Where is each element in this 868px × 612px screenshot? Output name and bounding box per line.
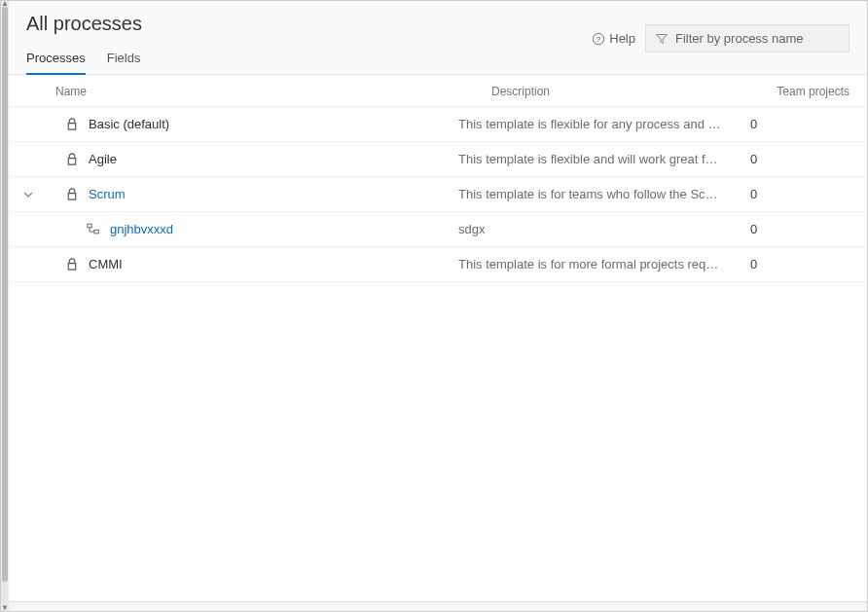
help-link[interactable]: ? Help xyxy=(592,31,635,46)
header-right: ? Help xyxy=(592,24,850,53)
lock-icon xyxy=(63,188,81,200)
tab-processes[interactable]: Processes xyxy=(26,45,86,75)
filter-input-container[interactable] xyxy=(645,24,850,53)
horizontal-scrollbar[interactable] xyxy=(9,601,867,611)
help-label: Help xyxy=(609,31,635,46)
page-title: All processes xyxy=(26,13,142,35)
process-name: CMMI xyxy=(89,257,123,271)
tab-fields[interactable]: Fields xyxy=(107,45,141,75)
process-child-row[interactable]: gnjhbvxxxd sdgx 0 xyxy=(9,212,867,247)
scrollbar-thumb[interactable] xyxy=(2,7,8,582)
lock-icon xyxy=(63,118,81,130)
vertical-scrollbar[interactable]: ▲ ▼ xyxy=(1,1,9,611)
svg-rect-2 xyxy=(88,224,91,228)
help-circle-icon: ? xyxy=(592,32,605,46)
column-headers: Name Description Team projects xyxy=(9,75,867,107)
page-header: All processes Processes Fields ? Help xyxy=(9,1,867,75)
process-description: sdgx xyxy=(458,222,741,236)
inherited-process-icon xyxy=(85,223,102,235)
name-cell: gnjhbvxxxd xyxy=(22,222,458,236)
process-row[interactable]: CMMI This template is for more formal pr… xyxy=(9,247,867,282)
team-projects-count: 0 xyxy=(741,187,828,201)
filter-icon xyxy=(656,32,668,46)
scroll-down-arrow-icon[interactable]: ▼ xyxy=(1,603,9,612)
process-row[interactable]: Agile This template is flexible and will… xyxy=(9,142,867,177)
name-cell: Scrum xyxy=(22,187,458,201)
lock-icon xyxy=(63,153,81,165)
process-name: Basic (default) xyxy=(89,117,169,131)
svg-text:?: ? xyxy=(597,34,601,43)
header-left: All processes Processes Fields xyxy=(26,13,142,74)
svg-rect-3 xyxy=(94,230,98,234)
column-header-description[interactable]: Description xyxy=(491,85,762,98)
lock-icon xyxy=(63,258,81,270)
process-list: Name Description Team projects Basic (de… xyxy=(9,75,867,601)
child-process-name-link[interactable]: gnjhbvxxxd xyxy=(110,222,173,236)
team-projects-count: 0 xyxy=(741,152,828,166)
team-projects-count: 0 xyxy=(741,222,828,236)
name-cell: Basic (default) xyxy=(22,117,458,131)
column-header-team-projects[interactable]: Team projects xyxy=(762,85,850,98)
process-description: This template is flexible and will work … xyxy=(458,152,741,166)
process-row[interactable]: Scrum This template is for teams who fol… xyxy=(9,177,867,212)
process-description: This template is flexible for any proces… xyxy=(458,117,741,131)
process-description: This template is for teams who follow th… xyxy=(458,187,741,201)
process-row[interactable]: Basic (default) This template is flexibl… xyxy=(9,107,867,142)
filter-input[interactable] xyxy=(675,31,839,46)
name-cell: Agile xyxy=(22,152,458,166)
team-projects-count: 0 xyxy=(741,117,828,131)
process-name-link[interactable]: Scrum xyxy=(89,187,126,201)
main-content: All processes Processes Fields ? Help xyxy=(9,1,867,611)
column-header-name[interactable]: Name xyxy=(55,85,491,98)
app-viewport: ▲ ▼ All processes Processes Fields ? Hel… xyxy=(0,0,868,612)
expand-toggle[interactable] xyxy=(22,189,55,200)
process-name: Agile xyxy=(89,152,117,166)
team-projects-count: 0 xyxy=(741,257,828,271)
chevron-down-icon xyxy=(22,189,34,200)
tab-bar: Processes Fields xyxy=(26,45,142,75)
process-description: This template is for more formal project… xyxy=(458,257,741,271)
name-cell: CMMI xyxy=(22,257,458,271)
